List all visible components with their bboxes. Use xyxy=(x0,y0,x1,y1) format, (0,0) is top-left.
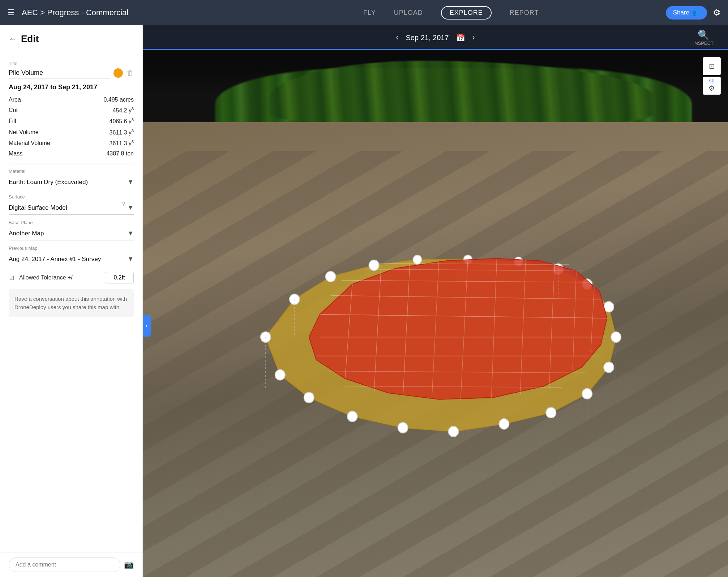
surface-dropdown[interactable]: Digital Surface Model ▼ xyxy=(9,201,134,215)
svg-point-16 xyxy=(448,426,458,437)
material-value: Earth: Loam Dry (Excavated) xyxy=(9,179,88,186)
sidebar-title: Edit xyxy=(21,33,39,44)
share-button[interactable]: Share 👥 xyxy=(666,6,707,20)
date-range: Aug 24, 2017 to Sep 21, 2017 xyxy=(9,84,134,91)
previous-map-value: Aug 24, 2017 - Annex #1 - Survey xyxy=(9,256,101,263)
sidebar-body: Title 🗑 Aug 24, 2017 to Sep 21, 2017 Are… xyxy=(0,49,142,552)
material-dropdown[interactable]: Earth: Loam Dry (Excavated) ▼ xyxy=(9,175,134,189)
svg-point-18 xyxy=(347,411,357,422)
table-row: Cut 454.2 y3 xyxy=(9,105,134,116)
date-bar: ‹ Sep 21, 2017 📅 › 🔍 INSPECT xyxy=(143,25,728,50)
svg-point-17 xyxy=(398,423,408,433)
sidebar-collapse-tab[interactable]: ‹ xyxy=(143,315,151,337)
main-layout: ← Edit Title 🗑 Aug 24, 2017 to Sep 21, 2… xyxy=(0,25,728,577)
calendar-icon[interactable]: 📅 xyxy=(456,33,465,42)
back-button[interactable]: ← xyxy=(9,34,17,44)
share-icon: 👥 xyxy=(692,9,700,17)
stat-label: Material Volume xyxy=(9,138,81,149)
quality-settings-button[interactable]: SD ⚙ xyxy=(703,77,721,95)
table-row: Material Volume 3611.3 y3 xyxy=(9,138,134,149)
stat-value: 4065.6 y3 xyxy=(81,116,134,127)
chevron-down-icon: ▼ xyxy=(127,178,134,186)
top-navigation: ☰ AEC > Progress - Commercial FLY UPLOAD… xyxy=(0,0,728,25)
next-date-button[interactable]: › xyxy=(472,33,475,42)
base-plane-dropdown[interactable]: Another Map ▼ xyxy=(9,227,134,240)
stat-label: Cut xyxy=(9,105,81,116)
nav-upload[interactable]: UPLOAD xyxy=(394,9,423,17)
base-plane-label: Base Plane xyxy=(9,220,134,225)
comment-info: Have a conversation about this annotatio… xyxy=(9,289,134,317)
table-row: Fill 4065.6 y3 xyxy=(9,116,134,127)
inspect-icon: 🔍 xyxy=(698,29,709,40)
stat-label: Fill xyxy=(9,116,81,127)
fit-icon: ⊡ xyxy=(709,62,715,70)
nav-explore[interactable]: EXPLORE xyxy=(441,6,492,20)
svg-point-12 xyxy=(604,362,614,372)
map-controls: ⊡ SD ⚙ xyxy=(703,57,721,95)
title-label: Title xyxy=(9,61,134,66)
base-plane-value: Another Map xyxy=(9,230,44,237)
current-date: Sep 21, 2017 xyxy=(406,34,449,42)
table-row: Mass 4387.8 ton xyxy=(9,149,134,159)
comment-input-row: 📷 xyxy=(0,552,142,577)
delete-icon[interactable]: 🗑 xyxy=(127,69,134,77)
tolerance-label: Allowed Tolerance +/- xyxy=(19,274,100,281)
gear-icon: ⚙ xyxy=(708,84,715,93)
svg-point-15 xyxy=(499,419,509,429)
previous-map-label: Previous Map xyxy=(9,245,134,251)
chevron-down-icon: ▼ xyxy=(127,230,134,237)
stat-value: 3611.3 y3 xyxy=(81,127,134,138)
tolerance-row: ⊿ Allowed Tolerance +/- 0.2ft xyxy=(9,272,134,283)
map-area[interactable]: ‹ Sep 21, 2017 📅 › 🔍 INSPECT xyxy=(143,25,728,577)
sidebar-header: ← Edit xyxy=(0,25,142,49)
stat-value: 3611.3 y3 xyxy=(81,138,134,149)
tolerance-icon: ⊿ xyxy=(9,273,15,282)
surface-help-icon[interactable]: ? xyxy=(122,201,125,208)
stat-label: Mass xyxy=(9,149,81,159)
inspect-label: INSPECT xyxy=(693,40,714,46)
color-picker[interactable] xyxy=(114,68,123,78)
stat-label: Area xyxy=(9,95,81,105)
title-row: 🗑 xyxy=(9,68,134,78)
svg-point-5 xyxy=(413,255,422,264)
stats-table: Area 0.495 acres Cut 454.2 y3 Fill 4065.… xyxy=(9,95,134,159)
svg-point-14 xyxy=(546,407,556,418)
inspect-button[interactable]: 🔍 INSPECT xyxy=(693,29,714,46)
collapse-arrow-icon: ‹ xyxy=(146,322,147,329)
comment-input[interactable] xyxy=(9,557,120,572)
title-input[interactable] xyxy=(9,68,110,78)
stat-value: 454.2 y3 xyxy=(81,105,134,116)
prev-date-button[interactable]: ‹ xyxy=(396,33,398,42)
material-label: Material xyxy=(9,168,134,174)
sidebar: ← Edit Title 🗑 Aug 24, 2017 to Sep 21, 2… xyxy=(0,25,143,577)
fit-to-screen-button[interactable]: ⊡ xyxy=(703,57,721,75)
svg-point-3 xyxy=(326,271,336,282)
stat-label: Net Volume xyxy=(9,127,81,138)
chevron-down-icon: ▼ xyxy=(127,204,134,211)
svg-point-20 xyxy=(275,369,285,380)
stat-value: 4387.8 ton xyxy=(81,149,134,159)
map-scene[interactable]: ⊡ SD ⚙ ‹ xyxy=(143,50,728,577)
surface-value: Digital Surface Model xyxy=(9,204,67,211)
volume-fill-svg xyxy=(143,50,728,577)
nav-links: FLY UPLOAD EXPLORE REPORT xyxy=(236,6,666,20)
share-label: Share xyxy=(673,9,689,16)
tolerance-value: 0.2ft xyxy=(105,272,134,283)
surface-label: Surface xyxy=(9,194,134,200)
camera-icon[interactable]: 📷 xyxy=(124,560,134,569)
settings-icon[interactable]: ⚙ xyxy=(713,8,721,18)
hamburger-menu[interactable]: ☰ xyxy=(7,8,14,17)
nav-report[interactable]: REPORT xyxy=(510,9,539,17)
table-row: Net Volume 3611.3 y3 xyxy=(9,127,134,138)
stat-value: 0.495 acres xyxy=(81,95,134,105)
chevron-down-icon: ▼ xyxy=(127,255,134,263)
breadcrumb: AEC > Progress - Commercial xyxy=(22,8,236,17)
previous-map-dropdown[interactable]: Aug 24, 2017 - Annex #1 - Survey ▼ xyxy=(9,252,134,266)
top-actions: Share 👥 ⚙ xyxy=(666,6,721,20)
table-row: Area 0.495 acres xyxy=(9,95,134,105)
nav-fly[interactable]: FLY xyxy=(363,9,376,17)
quality-label: SD xyxy=(709,79,714,83)
svg-point-19 xyxy=(304,392,314,403)
